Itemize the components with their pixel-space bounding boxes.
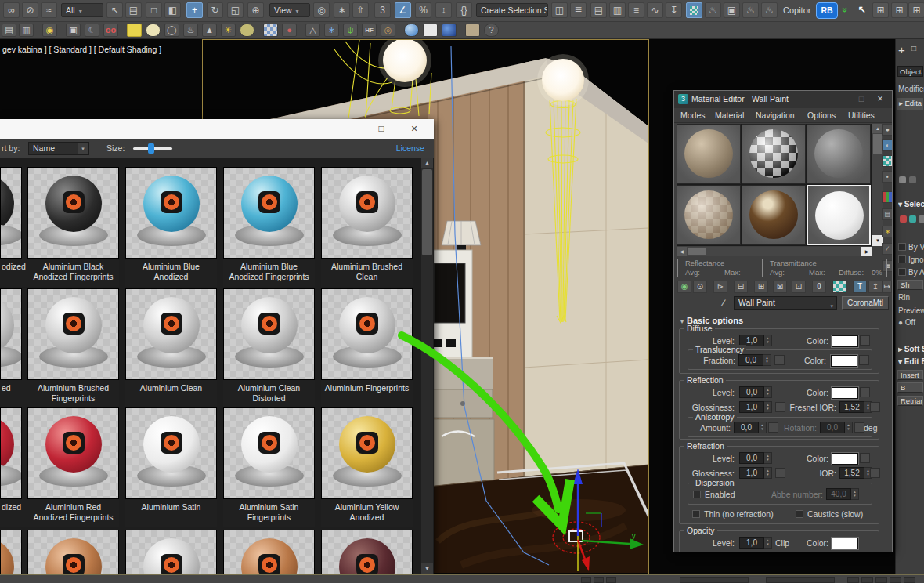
- reflection-level-spinner[interactable]: 0,0▲▼: [739, 386, 772, 398]
- named-selection-set-dropdown[interactable]: Create Selection Se▾: [476, 3, 548, 17]
- close-icon[interactable]: ×: [870, 91, 890, 107]
- select-and-place-icon[interactable]: ⊕: [247, 2, 264, 18]
- video-color-check-icon[interactable]: [882, 191, 893, 203]
- window-crossing-icon[interactable]: ◧: [164, 2, 181, 18]
- camera-icon[interactable]: ▣: [66, 24, 81, 37]
- material-card[interactable]: [27, 530, 119, 574]
- material-thumbnail[interactable]: [223, 530, 315, 574]
- grid-snap-icon[interactable]: [606, 577, 616, 583]
- mirror-icon[interactable]: ◫: [551, 2, 568, 18]
- scroll-up-icon[interactable]: ▲: [872, 124, 883, 133]
- grid-toggle-icon[interactable]: ⊞: [908, 2, 924, 18]
- prism-icon[interactable]: △: [305, 24, 320, 37]
- selection-lock-icon[interactable]: [594, 577, 604, 583]
- close-icon[interactable]: ×: [401, 119, 428, 139]
- sphere-light-left[interactable]: [383, 40, 427, 82]
- sphere-light-icon[interactable]: [240, 24, 254, 37]
- ring-light-icon[interactable]: ◯: [164, 24, 179, 37]
- status-icon[interactable]: [890, 577, 901, 583]
- get-material-icon[interactable]: ◉: [677, 281, 691, 293]
- spinner-arrows[interactable]: ▲▼: [764, 452, 772, 464]
- minimize-icon[interactable]: –: [335, 119, 362, 139]
- select-and-link-icon[interactable]: ∞: [3, 2, 20, 18]
- material-card[interactable]: Aluminium Blue Anodized: [125, 167, 217, 287]
- schematic-view-icon[interactable]: ▤: [2, 24, 16, 37]
- dome-light-icon[interactable]: [146, 24, 161, 37]
- select-and-scale-icon[interactable]: ◱: [227, 2, 244, 18]
- thin-checkbox[interactable]: [692, 510, 700, 518]
- caustics-checkbox[interactable]: [796, 510, 803, 518]
- cone-icon[interactable]: ▲: [202, 24, 217, 37]
- slider-thumb[interactable]: [148, 143, 154, 154]
- scrollbar-thumb[interactable]: [422, 169, 432, 255]
- reference-coordinate-dropdown[interactable]: View▾: [269, 3, 310, 17]
- status-icon[interactable]: [875, 577, 887, 583]
- select-by-material-icon[interactable]: ∕: [882, 243, 893, 255]
- material-card[interactable]: Aluminium Clean Distorted: [223, 288, 315, 408]
- select-by-name-icon[interactable]: ▤: [125, 2, 142, 18]
- opacity-color-swatch[interactable]: [832, 538, 858, 549]
- menu-modes[interactable]: Modes: [680, 110, 706, 120]
- material-card[interactable]: Aluminium Blue Anodized Fingerprints: [223, 167, 315, 287]
- hf-tool-icon[interactable]: HF: [362, 24, 377, 37]
- coordinate-field-x[interactable]: [680, 577, 749, 583]
- sample-slot-selected[interactable]: [807, 185, 871, 245]
- material-thumbnail[interactable]: [321, 288, 413, 380]
- ior-map-button[interactable]: [870, 402, 880, 412]
- fresnel-ior-spinner[interactable]: 1,52▲▼: [839, 401, 872, 413]
- spinner-snap-icon[interactable]: ↕: [435, 2, 452, 18]
- material-thumbnail[interactable]: [125, 407, 217, 499]
- foliage-icon[interactable]: ψ: [343, 24, 358, 37]
- keyboard-shortcut-override-icon[interactable]: ⇧: [352, 2, 369, 18]
- rotation-spinner[interactable]: 0,0▲▼: [820, 422, 853, 433]
- double-chevron-icon[interactable]: »: [836, 2, 853, 18]
- render-iterative-icon[interactable]: ♨: [761, 2, 778, 18]
- material-thumbnail[interactable]: [125, 288, 217, 380]
- material-card[interactable]: Aluminium Satin: [125, 407, 217, 527]
- editor-title-bar[interactable]: 3 Material Editor - Wall Paint – □ ×: [674, 91, 892, 109]
- material-thumbnail[interactable]: [321, 530, 413, 574]
- sample-slot[interactable]: [742, 185, 806, 245]
- make-preview-icon[interactable]: ▤: [882, 208, 893, 220]
- refraction-level-spinner[interactable]: 0,0▲▼: [739, 452, 772, 464]
- modifier-stack-item[interactable]: ▸ Edita: [897, 98, 923, 110]
- clipboard-tool-icon[interactable]: [465, 24, 480, 37]
- sample-slot[interactable]: [742, 124, 806, 184]
- material-thumbnail[interactable]: [223, 288, 315, 380]
- soft-selection-rollout[interactable]: ▸ Soft S: [898, 345, 924, 353]
- checker-plane-icon[interactable]: [263, 24, 278, 37]
- status-icon[interactable]: [847, 577, 859, 583]
- moon-night-icon[interactable]: ☾: [85, 24, 99, 37]
- material-id-channel-icon[interactable]: 0: [812, 281, 826, 293]
- slots-horizontal-scrollbar[interactable]: ◀ ▶: [677, 247, 872, 256]
- render-setup-icon[interactable]: ♨: [705, 2, 721, 18]
- glossy-sphere-icon[interactable]: [404, 24, 419, 37]
- unlink-selection-icon[interactable]: ⊘: [22, 2, 38, 18]
- go-to-sibling-icon[interactable]: ↦: [882, 281, 892, 293]
- options-gear-icon[interactable]: ∗: [882, 226, 893, 237]
- material-editor-icon[interactable]: [686, 2, 702, 18]
- delete-material-icon[interactable]: ⊟: [734, 281, 748, 293]
- show-end-result-icon[interactable]: T: [853, 281, 867, 293]
- library-title-bar[interactable]: – □ ×: [0, 119, 434, 140]
- coordinate-field-y[interactable]: [766, 577, 835, 583]
- capsule-objects-icon[interactable]: ●: [282, 24, 297, 37]
- edit-named-selection-sets-icon[interactable]: {}: [456, 2, 472, 18]
- sample-uv-tiling-icon[interactable]: ▪: [882, 171, 893, 183]
- material-thumbnail[interactable]: [27, 407, 119, 499]
- material-thumbnail[interactable]: [0, 167, 22, 259]
- diffuse-color-swatch[interactable]: [832, 335, 858, 347]
- put-to-library-icon[interactable]: ⊡: [792, 281, 806, 293]
- translucency-map-button[interactable]: [859, 355, 869, 365]
- glossiness-map-button[interactable]: [775, 468, 785, 478]
- layer-manager-icon[interactable]: ▤: [590, 2, 607, 18]
- select-object-icon[interactable]: ↖: [106, 2, 123, 18]
- percent-snap-icon[interactable]: %: [415, 2, 431, 18]
- show-end-result-icon[interactable]: [909, 176, 916, 183]
- translucency-color-swatch[interactable]: [831, 355, 857, 367]
- curve-editor-icon[interactable]: ∿: [647, 2, 663, 18]
- ignore-backfacing-checkbox[interactable]: [898, 255, 906, 263]
- spinner-arrows[interactable]: ▲▼: [763, 354, 771, 366]
- reflection-map-button[interactable]: [860, 387, 870, 397]
- material-card[interactable]: Aluminium Clean: [125, 288, 217, 408]
